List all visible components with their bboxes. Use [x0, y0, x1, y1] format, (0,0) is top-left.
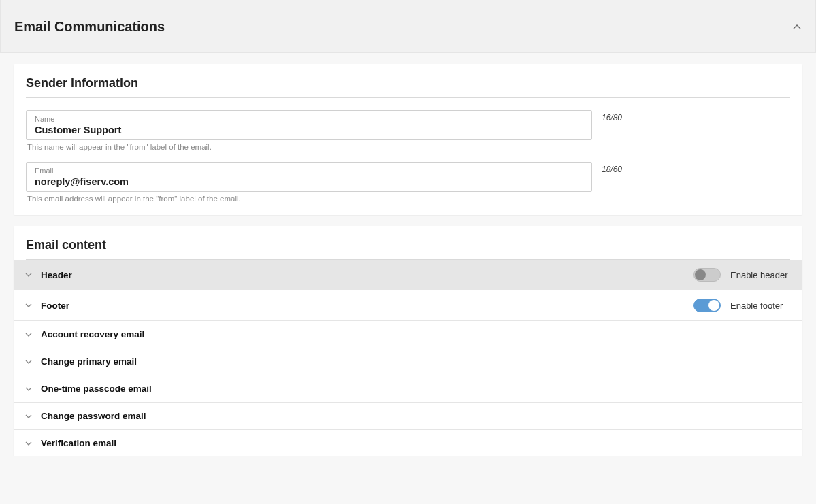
name-input[interactable]	[35, 124, 583, 135]
content-row[interactable]: Change password email	[14, 403, 802, 430]
content-row-label: One-time passcode email	[41, 384, 791, 394]
page-title: Email Communications	[14, 19, 165, 35]
content-row-label: Change password email	[41, 411, 791, 421]
content-row[interactable]: Change primary email	[14, 348, 802, 375]
toggle-switch[interactable]	[693, 299, 721, 312]
divider	[26, 97, 790, 98]
toggle-knob	[695, 269, 706, 280]
email-field-label: Email	[35, 167, 583, 175]
toggle-knob	[708, 300, 719, 311]
toggle-label: Enable footer	[730, 301, 791, 311]
toggle-label: Enable header	[730, 270, 791, 280]
chevron-down-icon	[25, 331, 33, 339]
chevron-down-icon	[25, 271, 33, 279]
name-help-text: This name will appear in the "from" labe…	[27, 143, 790, 151]
sender-info-heading: Sender information	[26, 76, 790, 97]
content-rows-list: HeaderEnable headerFooterEnable footerAc…	[14, 260, 802, 456]
content-row[interactable]: HeaderEnable header	[14, 260, 802, 290]
content-row-label: Account recovery email	[41, 329, 791, 339]
sender-info-card: Sender information Name 16/80 This name …	[14, 64, 802, 215]
content-row-label: Footer	[41, 301, 685, 311]
content-row-label: Header	[41, 270, 685, 280]
name-char-count: 16/80	[602, 110, 622, 122]
name-field-row: Name 16/80	[26, 110, 790, 140]
content-row[interactable]: Account recovery email	[14, 321, 802, 348]
name-field-label: Name	[35, 115, 583, 124]
email-field-box[interactable]: Email	[26, 162, 592, 192]
toggle-switch[interactable]	[693, 268, 721, 282]
email-help-text: This email address will appear in the "f…	[27, 195, 790, 203]
toggle-wrap: Enable header	[693, 268, 791, 282]
content-row-label: Verification email	[41, 438, 791, 448]
name-field-box[interactable]: Name	[26, 110, 592, 140]
email-content-card: Email content HeaderEnable headerFooterE…	[14, 226, 802, 456]
content-row[interactable]: One-time passcode email	[14, 375, 802, 403]
email-input[interactable]	[35, 176, 583, 187]
page-header: Email Communications	[0, 0, 816, 53]
email-field-row: Email 18/60	[26, 162, 790, 192]
chevron-down-icon	[25, 301, 33, 309]
chevron-down-icon	[25, 358, 33, 366]
content-row[interactable]: Verification email	[14, 430, 802, 456]
content-row-label: Change primary email	[41, 356, 791, 367]
chevron-down-icon	[25, 412, 33, 420]
collapse-section-button[interactable]	[792, 22, 802, 32]
chevron-down-icon	[25, 385, 33, 393]
content-row[interactable]: FooterEnable footer	[14, 290, 802, 321]
chevron-down-icon	[25, 439, 33, 448]
email-content-heading: Email content	[26, 238, 790, 259]
chevron-up-icon	[792, 22, 802, 32]
email-char-count: 18/60	[602, 162, 622, 174]
toggle-wrap: Enable footer	[693, 299, 791, 312]
